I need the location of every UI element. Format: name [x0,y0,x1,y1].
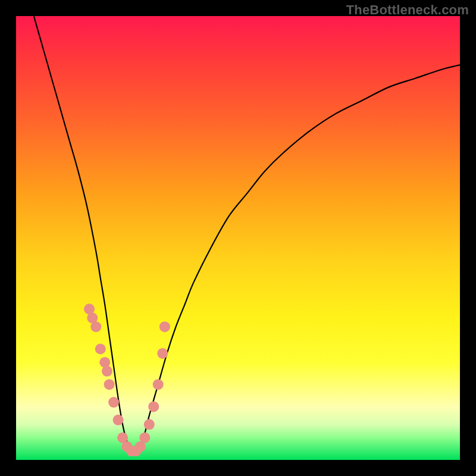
highlight-marker [159,321,170,332]
bottleneck-curve [34,16,460,452]
highlight-marker [90,321,101,332]
chart-svg [16,16,460,460]
highlight-marker [144,419,155,430]
highlight-marker [157,348,168,359]
chart-frame: TheBottleneck.com [0,0,476,476]
marker-group [84,303,170,456]
watermark-text: TheBottleneck.com [346,2,469,18]
highlight-marker [102,366,112,377]
highlight-marker [139,433,150,443]
highlight-marker [104,379,115,390]
highlight-marker [153,379,164,390]
highlight-marker [148,401,159,412]
highlight-marker [108,397,119,408]
highlight-marker [113,415,124,425]
highlight-marker [95,344,106,355]
plot-area [16,16,460,460]
